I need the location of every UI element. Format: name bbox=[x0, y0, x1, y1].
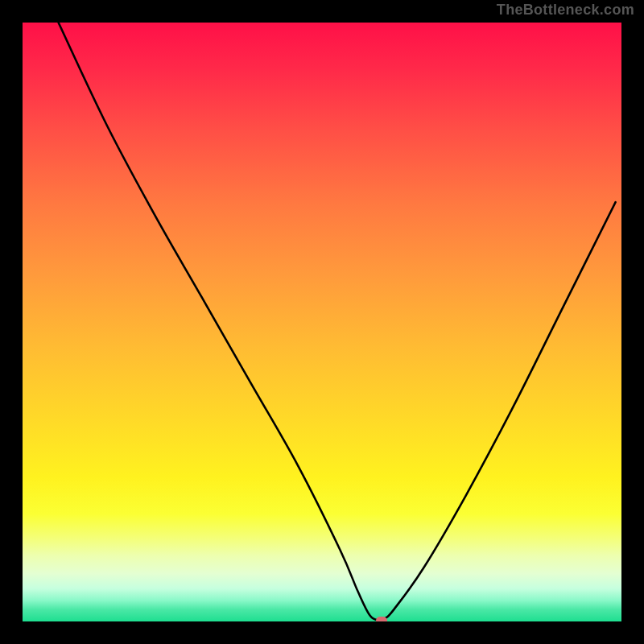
optimum-marker-icon bbox=[376, 617, 387, 622]
plot-area bbox=[23, 23, 621, 621]
bottleneck-curve bbox=[23, 23, 621, 621]
attribution-label: TheBottleneck.com bbox=[497, 2, 634, 19]
chart-frame: TheBottleneck.com bbox=[0, 0, 644, 644]
